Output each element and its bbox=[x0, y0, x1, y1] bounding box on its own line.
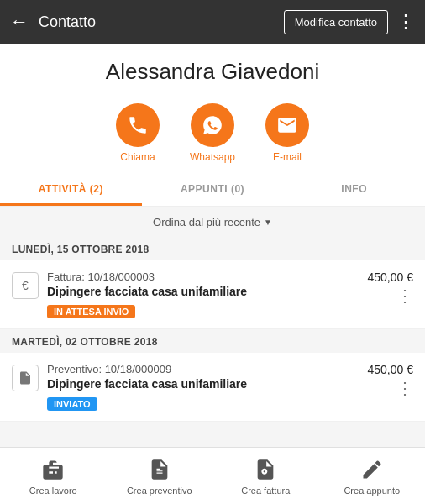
crea-appunto-label: Crea appunto bbox=[344, 486, 400, 496]
tab-attivita[interactable]: ATTIVITÀ (2) bbox=[0, 175, 142, 206]
preventivo-nav-icon bbox=[147, 457, 172, 482]
whatsapp-label: Whatsapp bbox=[190, 151, 235, 163]
crea-preventivo-label: Crea preventivo bbox=[127, 486, 192, 496]
status-badge-2: INVIATO bbox=[47, 397, 97, 411]
bottom-nav: Crea lavoro Crea preventivo Crea fattura… bbox=[0, 447, 425, 504]
crea-appunto-button[interactable]: Crea appunto bbox=[319, 448, 426, 504]
back-button[interactable]: ← bbox=[10, 11, 29, 33]
email-icon bbox=[276, 114, 298, 136]
chiama-label: Chiama bbox=[120, 151, 155, 163]
email-button[interactable]: E-mail bbox=[265, 103, 309, 163]
status-badge-1: IN ATTESA INVIO bbox=[47, 305, 135, 318]
contact-name-section: Alessandra Giavedoni bbox=[0, 44, 425, 103]
phone-icon bbox=[127, 114, 149, 136]
date-header-1: LUNEDÌ, 15 OTTOBRE 2018 bbox=[0, 237, 425, 260]
crea-lavoro-button[interactable]: Crea lavoro bbox=[0, 448, 107, 504]
email-label: E-mail bbox=[273, 151, 302, 163]
whatsapp-icon bbox=[202, 114, 223, 136]
action-buttons: Chiama Whatsapp E-mail bbox=[0, 103, 425, 175]
fattura-icon: € bbox=[12, 272, 39, 299]
activity-title-2: Preventivo: 10/18/000009 bbox=[47, 363, 368, 375]
briefcase-svg bbox=[41, 458, 65, 481]
activity-right-1: 450,00 € ⋮ bbox=[368, 270, 414, 304]
briefcase-icon bbox=[40, 457, 66, 482]
crea-lavoro-label: Crea lavoro bbox=[29, 486, 77, 496]
sort-bar[interactable]: Ordina dal più recente ▼ bbox=[0, 207, 425, 237]
more-options-2[interactable]: ⋮ bbox=[396, 380, 413, 396]
activity-list: LUNEDÌ, 15 OTTOBRE 2018 € Fattura: 10/18… bbox=[0, 237, 425, 447]
activity-desc-1: Dipingere facciata casa unifamiliare bbox=[47, 285, 368, 298]
activity-amount-1: 450,00 € bbox=[368, 270, 414, 284]
date-header-2: MARTEDÌ, 02 OTTOBRE 2018 bbox=[0, 329, 425, 353]
preventivo-svg bbox=[148, 458, 171, 481]
whatsapp-button[interactable]: Whatsapp bbox=[190, 103, 235, 163]
header: ← Contatto Modifica contatto ⋮ bbox=[0, 0, 425, 44]
table-row: € Fattura: 10/18/000003 Dipingere faccia… bbox=[0, 260, 425, 329]
doc-icon bbox=[18, 370, 33, 386]
sort-arrow-icon: ▼ bbox=[264, 218, 272, 227]
tab-info[interactable]: INFO bbox=[283, 175, 425, 206]
appunto-nav-icon bbox=[359, 457, 385, 482]
more-options-icon[interactable]: ⋮ bbox=[396, 11, 415, 33]
edit-contact-button[interactable]: Modifica contatto bbox=[284, 10, 388, 34]
activity-amount-2: 450,00 € bbox=[368, 363, 414, 376]
crea-fattura-button[interactable]: Crea fattura bbox=[212, 448, 319, 504]
crea-preventivo-button[interactable]: Crea preventivo bbox=[107, 448, 213, 504]
sort-label: Ordina dal più recente bbox=[153, 216, 260, 228]
crea-fattura-label: Crea fattura bbox=[241, 486, 290, 496]
table-row: Preventivo: 10/18/000009 Dipingere facci… bbox=[0, 353, 425, 422]
more-options-1[interactable]: ⋮ bbox=[396, 287, 413, 304]
contact-name: Alessandra Giavedoni bbox=[13, 59, 412, 85]
activity-content-2: Preventivo: 10/18/000009 Dipingere facci… bbox=[47, 363, 368, 411]
activity-desc-2: Dipingere facciata casa unifamiliare bbox=[47, 377, 368, 391]
fattura-nav-icon bbox=[253, 457, 278, 482]
whatsapp-icon-circle bbox=[191, 103, 234, 147]
activity-title-1: Fattura: 10/18/000003 bbox=[47, 270, 368, 283]
tab-appunti[interactable]: APPUNTI (0) bbox=[142, 175, 284, 206]
chiama-icon-circle bbox=[116, 103, 160, 147]
fattura-svg bbox=[254, 458, 277, 481]
email-icon-circle bbox=[265, 103, 309, 147]
preventivo-icon bbox=[12, 365, 39, 391]
activity-content-1: Fattura: 10/18/000003 Dipingere facciata… bbox=[47, 270, 368, 318]
chiama-button[interactable]: Chiama bbox=[116, 103, 160, 163]
header-title: Contatto bbox=[39, 13, 284, 31]
tabs: ATTIVITÀ (2) APPUNTI (0) INFO bbox=[0, 175, 425, 207]
activity-right-2: 450,00 € ⋮ bbox=[368, 363, 414, 396]
appunto-svg bbox=[360, 458, 384, 481]
